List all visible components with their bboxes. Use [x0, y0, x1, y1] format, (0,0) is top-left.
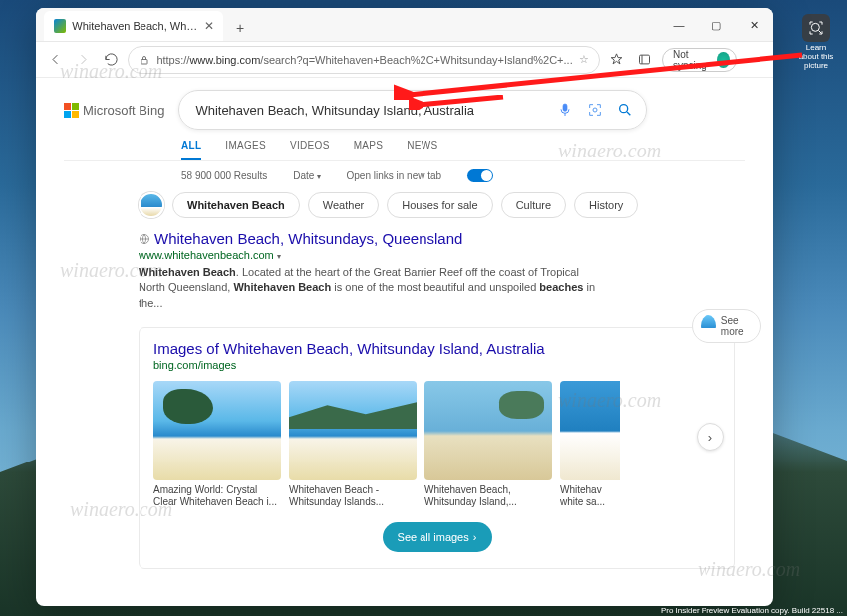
scope-news[interactable]: NEWS: [407, 140, 437, 160]
scope-all[interactable]: ALL: [181, 140, 201, 160]
date-filter[interactable]: Date: [293, 170, 320, 181]
minimize-button[interactable]: —: [660, 9, 698, 41]
search-submit-icon[interactable]: [614, 99, 636, 121]
browser-tab[interactable]: Whitehaven Beach, Whitsund ✕: [44, 11, 223, 41]
entity-pill-history[interactable]: History: [574, 192, 638, 218]
entity-pill-houses[interactable]: Houses for sale: [387, 192, 492, 218]
image-result[interactable]: Whitehav white sa...: [560, 381, 620, 508]
search-scopes: ALL IMAGES VIDEOS MAPS NEWS: [64, 140, 745, 161]
search-result: Whitehaven Beach, Whitsundays, Queenslan…: [139, 230, 735, 311]
images-section: Images of Whitehaven Beach, Whitsunday I…: [139, 327, 735, 569]
entity-pill-culture[interactable]: Culture: [501, 192, 566, 218]
new-tab-button[interactable]: +: [227, 15, 253, 41]
search-input[interactable]: [195, 103, 546, 118]
result-title-link[interactable]: Whitehaven Beach, Whitsundays, Queenslan…: [139, 230, 735, 247]
address-bar[interactable]: https://www.bing.com/search?q=Whitehaven…: [128, 46, 599, 74]
images-source: bing.com/images: [153, 359, 720, 371]
scope-maps[interactable]: MAPS: [354, 140, 384, 160]
image-result[interactable]: Whitehaven Beach, Whitsunday Island,...: [424, 381, 552, 508]
build-watermark: Pro Insider Preview Evaluation copy. Bui…: [657, 605, 847, 616]
microsoft-icon: [64, 103, 79, 118]
browser-window: Whitehaven Beach, Whitsund ✕ + — ▢ ✕ htt…: [36, 8, 773, 606]
entity-main-pill[interactable]: Whitehaven Beach: [172, 192, 300, 218]
profile-sync-button[interactable]: Not syncing: [662, 48, 737, 72]
bing-favicon: [54, 19, 66, 33]
titlebar: Whitehaven Beach, Whitsund ✕ + — ▢ ✕: [36, 8, 773, 42]
close-window-button[interactable]: ✕: [735, 9, 773, 41]
see-all-images-button[interactable]: See all images ›: [383, 522, 492, 552]
url-text: https://www.bing.com/search?q=Whitehaven…: [156, 54, 572, 66]
sync-label: Not syncing: [673, 49, 712, 71]
entity-suggestions: Whitehaven Beach Weather Houses for sale…: [139, 192, 735, 218]
reader-icon[interactable]: ☆: [579, 53, 589, 66]
svg-point-0: [811, 23, 819, 31]
svg-point-5: [620, 105, 628, 113]
favorites-button[interactable]: [606, 46, 628, 74]
results-meta: 58 900 000 Results Date Open links in ne…: [64, 169, 745, 182]
image-result[interactable]: Amazing World: Crystal Clear Whitehaven …: [153, 381, 281, 508]
search-visual-icon: [802, 14, 830, 42]
learn-about-picture-shortcut[interactable]: Learn about this picture: [797, 14, 835, 70]
collections-button[interactable]: [634, 46, 656, 74]
scope-images[interactable]: IMAGES: [225, 140, 266, 160]
entity-pill-weather[interactable]: Weather: [308, 192, 379, 218]
images-heading[interactable]: Images of Whitehaven Beach, Whitsunday I…: [153, 340, 720, 357]
page-content: Microsoft Bing ALL IMAGES VIDEOS MAPS NE…: [36, 78, 773, 606]
newtab-label: Open links in new tab: [347, 170, 442, 181]
search-box[interactable]: [178, 90, 647, 130]
close-tab-icon[interactable]: ✕: [204, 19, 213, 33]
result-count: 58 900 000 Results: [181, 170, 267, 181]
browser-toolbar: https://www.bing.com/search?q=Whitehaven…: [36, 42, 773, 78]
svg-rect-2: [640, 55, 650, 64]
svg-rect-3: [563, 104, 567, 111]
voice-search-icon[interactable]: [554, 99, 576, 121]
lock-icon: [139, 54, 150, 66]
visual-search-icon[interactable]: [584, 99, 606, 121]
globe-icon: [139, 233, 150, 245]
scope-videos[interactable]: VIDEOS: [290, 140, 330, 160]
see-more-thumb: [701, 315, 716, 337]
see-more-pill[interactable]: See more: [692, 309, 761, 343]
forward-button[interactable]: [72, 46, 94, 74]
profile-avatar: [717, 52, 729, 68]
svg-rect-1: [141, 59, 147, 64]
maximize-button[interactable]: ▢: [698, 9, 735, 41]
result-url[interactable]: www.whitehavenbeach.com: [139, 249, 735, 261]
refresh-button[interactable]: [100, 46, 122, 74]
svg-point-4: [593, 108, 597, 112]
result-snippet: Whitehaven Beach. Located at the heart o…: [139, 265, 607, 311]
tab-title: Whitehaven Beach, Whitsund: [72, 20, 198, 32]
desktop-icon-label: Learn about this picture: [797, 44, 835, 70]
menu-button[interactable]: ···: [743, 46, 765, 74]
newtab-toggle[interactable]: [467, 169, 493, 182]
bing-logo[interactable]: Microsoft Bing: [64, 103, 164, 118]
back-button[interactable]: [44, 46, 66, 74]
chevron-right-icon: ›: [473, 531, 477, 543]
entity-avatar: [139, 192, 164, 218]
images-next-button[interactable]: ›: [697, 423, 724, 451]
image-result[interactable]: Whitehaven Beach - Whitsunday Islands...: [289, 381, 417, 508]
